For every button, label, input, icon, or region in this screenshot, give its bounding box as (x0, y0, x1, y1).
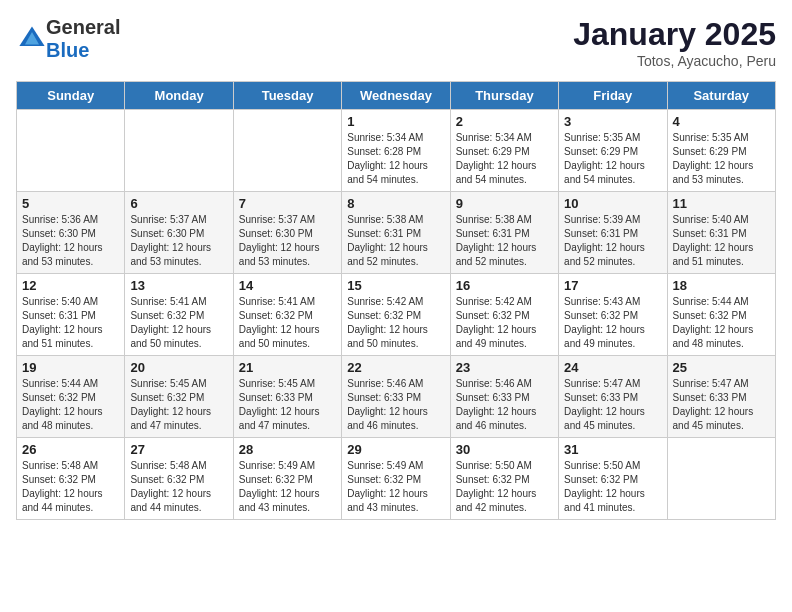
day-info: Sunrise: 5:37 AM Sunset: 6:30 PM Dayligh… (239, 213, 336, 269)
day-number: 5 (22, 196, 119, 211)
day-number: 26 (22, 442, 119, 457)
calendar-cell: 4Sunrise: 5:35 AM Sunset: 6:29 PM Daylig… (667, 110, 775, 192)
day-of-week-header: Thursday (450, 82, 558, 110)
day-info: Sunrise: 5:47 AM Sunset: 6:33 PM Dayligh… (564, 377, 661, 433)
calendar-cell: 11Sunrise: 5:40 AM Sunset: 6:31 PM Dayli… (667, 192, 775, 274)
day-of-week-header: Saturday (667, 82, 775, 110)
day-info: Sunrise: 5:50 AM Sunset: 6:32 PM Dayligh… (456, 459, 553, 515)
day-info: Sunrise: 5:48 AM Sunset: 6:32 PM Dayligh… (22, 459, 119, 515)
calendar-week-row: 1Sunrise: 5:34 AM Sunset: 6:28 PM Daylig… (17, 110, 776, 192)
calendar-cell: 17Sunrise: 5:43 AM Sunset: 6:32 PM Dayli… (559, 274, 667, 356)
day-info: Sunrise: 5:42 AM Sunset: 6:32 PM Dayligh… (347, 295, 444, 351)
calendar-week-row: 12Sunrise: 5:40 AM Sunset: 6:31 PM Dayli… (17, 274, 776, 356)
calendar-cell: 12Sunrise: 5:40 AM Sunset: 6:31 PM Dayli… (17, 274, 125, 356)
calendar-cell (125, 110, 233, 192)
calendar-cell: 22Sunrise: 5:46 AM Sunset: 6:33 PM Dayli… (342, 356, 450, 438)
calendar-cell: 9Sunrise: 5:38 AM Sunset: 6:31 PM Daylig… (450, 192, 558, 274)
logo-general: General (46, 16, 120, 38)
calendar-cell: 13Sunrise: 5:41 AM Sunset: 6:32 PM Dayli… (125, 274, 233, 356)
day-number: 14 (239, 278, 336, 293)
day-info: Sunrise: 5:49 AM Sunset: 6:32 PM Dayligh… (239, 459, 336, 515)
day-info: Sunrise: 5:47 AM Sunset: 6:33 PM Dayligh… (673, 377, 770, 433)
location-subtitle: Totos, Ayacucho, Peru (573, 53, 776, 69)
day-number: 18 (673, 278, 770, 293)
day-info: Sunrise: 5:44 AM Sunset: 6:32 PM Dayligh… (22, 377, 119, 433)
day-number: 22 (347, 360, 444, 375)
logo-icon (18, 25, 46, 53)
day-info: Sunrise: 5:34 AM Sunset: 6:29 PM Dayligh… (456, 131, 553, 187)
day-number: 13 (130, 278, 227, 293)
calendar-cell: 20Sunrise: 5:45 AM Sunset: 6:32 PM Dayli… (125, 356, 233, 438)
day-number: 20 (130, 360, 227, 375)
calendar-cell: 31Sunrise: 5:50 AM Sunset: 6:32 PM Dayli… (559, 438, 667, 520)
calendar-cell: 6Sunrise: 5:37 AM Sunset: 6:30 PM Daylig… (125, 192, 233, 274)
day-info: Sunrise: 5:36 AM Sunset: 6:30 PM Dayligh… (22, 213, 119, 269)
day-number: 9 (456, 196, 553, 211)
calendar-cell (667, 438, 775, 520)
day-number: 28 (239, 442, 336, 457)
day-info: Sunrise: 5:45 AM Sunset: 6:32 PM Dayligh… (130, 377, 227, 433)
day-number: 7 (239, 196, 336, 211)
day-number: 10 (564, 196, 661, 211)
day-info: Sunrise: 5:37 AM Sunset: 6:30 PM Dayligh… (130, 213, 227, 269)
day-info: Sunrise: 5:45 AM Sunset: 6:33 PM Dayligh… (239, 377, 336, 433)
day-number: 8 (347, 196, 444, 211)
day-of-week-header: Tuesday (233, 82, 341, 110)
calendar-cell: 7Sunrise: 5:37 AM Sunset: 6:30 PM Daylig… (233, 192, 341, 274)
calendar-cell: 27Sunrise: 5:48 AM Sunset: 6:32 PM Dayli… (125, 438, 233, 520)
calendar-cell (17, 110, 125, 192)
day-number: 11 (673, 196, 770, 211)
day-info: Sunrise: 5:34 AM Sunset: 6:28 PM Dayligh… (347, 131, 444, 187)
calendar-cell: 24Sunrise: 5:47 AM Sunset: 6:33 PM Dayli… (559, 356, 667, 438)
calendar-week-row: 19Sunrise: 5:44 AM Sunset: 6:32 PM Dayli… (17, 356, 776, 438)
day-number: 6 (130, 196, 227, 211)
calendar-cell: 16Sunrise: 5:42 AM Sunset: 6:32 PM Dayli… (450, 274, 558, 356)
day-info: Sunrise: 5:49 AM Sunset: 6:32 PM Dayligh… (347, 459, 444, 515)
day-info: Sunrise: 5:48 AM Sunset: 6:32 PM Dayligh… (130, 459, 227, 515)
day-info: Sunrise: 5:46 AM Sunset: 6:33 PM Dayligh… (456, 377, 553, 433)
calendar-cell: 14Sunrise: 5:41 AM Sunset: 6:32 PM Dayli… (233, 274, 341, 356)
calendar-cell: 29Sunrise: 5:49 AM Sunset: 6:32 PM Dayli… (342, 438, 450, 520)
day-info: Sunrise: 5:35 AM Sunset: 6:29 PM Dayligh… (673, 131, 770, 187)
day-number: 19 (22, 360, 119, 375)
day-of-week-header: Sunday (17, 82, 125, 110)
day-number: 25 (673, 360, 770, 375)
day-number: 2 (456, 114, 553, 129)
day-number: 16 (456, 278, 553, 293)
day-info: Sunrise: 5:38 AM Sunset: 6:31 PM Dayligh… (456, 213, 553, 269)
day-number: 4 (673, 114, 770, 129)
title-block: January 2025 Totos, Ayacucho, Peru (573, 16, 776, 69)
calendar-cell (233, 110, 341, 192)
day-number: 30 (456, 442, 553, 457)
day-info: Sunrise: 5:39 AM Sunset: 6:31 PM Dayligh… (564, 213, 661, 269)
page-header: General Blue January 2025 Totos, Ayacuch… (16, 16, 776, 69)
day-info: Sunrise: 5:35 AM Sunset: 6:29 PM Dayligh… (564, 131, 661, 187)
day-info: Sunrise: 5:44 AM Sunset: 6:32 PM Dayligh… (673, 295, 770, 351)
month-title: January 2025 (573, 16, 776, 53)
day-of-week-header: Monday (125, 82, 233, 110)
day-info: Sunrise: 5:50 AM Sunset: 6:32 PM Dayligh… (564, 459, 661, 515)
day-number: 31 (564, 442, 661, 457)
calendar-cell: 2Sunrise: 5:34 AM Sunset: 6:29 PM Daylig… (450, 110, 558, 192)
day-number: 23 (456, 360, 553, 375)
day-number: 12 (22, 278, 119, 293)
calendar-table: SundayMondayTuesdayWednesdayThursdayFrid… (16, 81, 776, 520)
calendar-body: 1Sunrise: 5:34 AM Sunset: 6:28 PM Daylig… (17, 110, 776, 520)
calendar-cell: 30Sunrise: 5:50 AM Sunset: 6:32 PM Dayli… (450, 438, 558, 520)
calendar-cell: 28Sunrise: 5:49 AM Sunset: 6:32 PM Dayli… (233, 438, 341, 520)
day-info: Sunrise: 5:41 AM Sunset: 6:32 PM Dayligh… (130, 295, 227, 351)
calendar-cell: 23Sunrise: 5:46 AM Sunset: 6:33 PM Dayli… (450, 356, 558, 438)
calendar-week-row: 26Sunrise: 5:48 AM Sunset: 6:32 PM Dayli… (17, 438, 776, 520)
day-number: 17 (564, 278, 661, 293)
calendar-cell: 1Sunrise: 5:34 AM Sunset: 6:28 PM Daylig… (342, 110, 450, 192)
day-number: 15 (347, 278, 444, 293)
day-number: 21 (239, 360, 336, 375)
day-info: Sunrise: 5:46 AM Sunset: 6:33 PM Dayligh… (347, 377, 444, 433)
day-number: 29 (347, 442, 444, 457)
calendar-cell: 15Sunrise: 5:42 AM Sunset: 6:32 PM Dayli… (342, 274, 450, 356)
calendar-cell: 5Sunrise: 5:36 AM Sunset: 6:30 PM Daylig… (17, 192, 125, 274)
calendar-cell: 8Sunrise: 5:38 AM Sunset: 6:31 PM Daylig… (342, 192, 450, 274)
logo-blue: Blue (46, 39, 89, 61)
calendar-cell: 18Sunrise: 5:44 AM Sunset: 6:32 PM Dayli… (667, 274, 775, 356)
day-info: Sunrise: 5:42 AM Sunset: 6:32 PM Dayligh… (456, 295, 553, 351)
